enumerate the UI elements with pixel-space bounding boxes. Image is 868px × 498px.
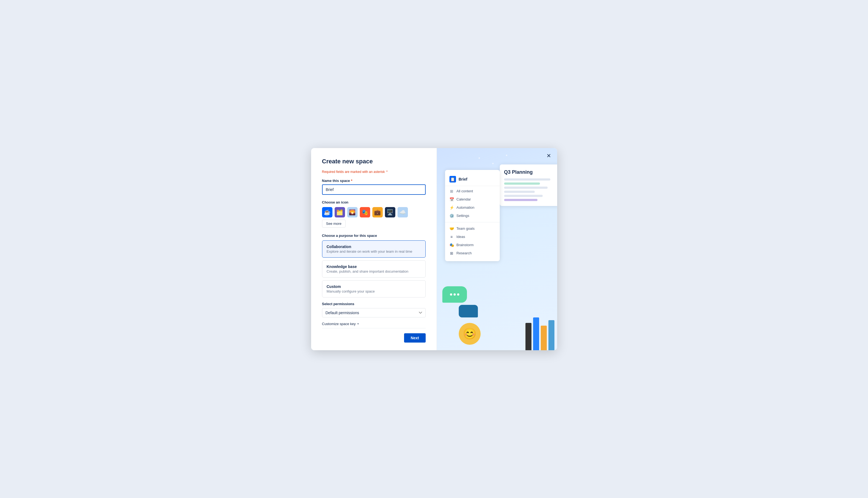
pencil-blue2 [548, 320, 554, 350]
chat-bubble-blue [459, 305, 478, 317]
chat-bubble-green [442, 286, 467, 303]
icon-drama[interactable]: 🎭 [360, 207, 370, 218]
purpose-knowledge-title: Knowledge base [327, 264, 421, 269]
pencil-dark [525, 323, 532, 350]
right-panel: ✕ ✦ ✦ ✦ 🚀 📋 Brief ⊞ All content 📅 Calend… [437, 148, 557, 350]
purpose-custom[interactable]: Custom Manually configure your space [322, 280, 426, 298]
planning-lines [504, 179, 556, 201]
panel-footer: Next [322, 328, 426, 343]
customize-key-row[interactable]: Customize space key ▾ [322, 322, 426, 326]
icon-row: ☕ 🗂️ 🌄 🎭 💼 🖥️ ☁️ See more [322, 207, 426, 227]
purpose-collaboration[interactable]: Collaboration Explore and iterate on wor… [322, 240, 426, 258]
planning-card: Q3 Planning [500, 165, 557, 206]
sidebar-item-settings[interactable]: ⚙️ Settings [445, 212, 500, 220]
chevron-down-icon: ▾ [357, 322, 359, 326]
sidebar-space-icon: 📋 [449, 176, 456, 183]
planning-line-6 [504, 199, 537, 201]
sidebar-item-research[interactable]: ⊞ Research [445, 249, 500, 257]
icon-cloud[interactable]: ☁️ [397, 207, 408, 218]
settings-icon: ⚙️ [449, 214, 454, 218]
icon-monitor[interactable]: 🖥️ [385, 207, 395, 218]
purpose-custom-desc: Manually configure your space [327, 289, 421, 293]
purpose-knowledge[interactable]: Knowledge base Create, publish, and shar… [322, 260, 426, 277]
purpose-collaboration-desc: Explore and iterate on work with your te… [327, 249, 421, 253]
chat-dot-3 [457, 293, 459, 296]
chat-decoration [442, 286, 478, 317]
automation-icon: ⚡ [449, 206, 454, 210]
pencil-orange [541, 326, 547, 350]
space-name-input[interactable] [322, 184, 426, 195]
chat-dot-2 [454, 293, 456, 296]
sidebar-item-team-goals[interactable]: 🤝 Team goals [445, 225, 500, 233]
icon-section-label: Choose an icon [322, 200, 426, 204]
sidebar-card: 📋 Brief ⊞ All content 📅 Calendar ⚡ Autom… [445, 170, 500, 261]
star-deco-3: ✦ [505, 154, 508, 157]
sidebar-divider [445, 222, 500, 222]
chat-dot-1 [450, 293, 452, 296]
pencils-decoration [525, 317, 554, 350]
sidebar-item-brainstorm[interactable]: 🎭 Brainstorm [445, 241, 500, 249]
face-emoji: 😊 [463, 327, 476, 340]
planning-line-2 [504, 183, 540, 185]
sidebar-item-calendar[interactable]: 📅 Calendar [445, 195, 500, 204]
planning-line-5 [504, 195, 542, 197]
icon-folder[interactable]: 🗂️ [335, 207, 345, 218]
customize-key-label: Customize space key [322, 322, 356, 326]
star-deco-1: ✦ [478, 156, 481, 160]
icon-coffee[interactable]: ☕ [322, 207, 332, 218]
star-deco-2: ✦ [492, 162, 494, 166]
permissions-select[interactable]: Default permissions Public Private Restr… [322, 308, 426, 317]
planning-line-3 [504, 187, 548, 189]
sidebar-item-all-content[interactable]: ⊞ All content [445, 187, 500, 195]
calendar-icon: 📅 [449, 197, 454, 201]
purpose-custom-title: Custom [327, 284, 421, 289]
ideas-icon: ≡ [449, 235, 454, 239]
required-note: Required fields are marked with an aster… [322, 170, 426, 174]
permissions-label: Select permissions [322, 302, 426, 306]
panel-title: Create new space [322, 158, 426, 165]
sidebar-space-title: 📋 Brief [445, 174, 500, 186]
pencil-blue1 [533, 317, 539, 350]
name-label: Name this space * [322, 179, 426, 183]
research-icon: ⊞ [449, 251, 454, 255]
team-goals-icon: 🤝 [449, 226, 454, 231]
planning-line-4 [504, 191, 535, 193]
see-more-button[interactable]: See more [322, 220, 346, 227]
smiley-face: 😊 [459, 323, 481, 345]
left-panel: Create new space Required fields are mar… [311, 148, 437, 350]
modal: Create new space Required fields are mar… [311, 148, 557, 350]
close-button[interactable]: ✕ [545, 152, 553, 159]
planning-line-1 [504, 179, 550, 181]
sidebar-item-ideas[interactable]: ≡ Ideas [445, 233, 500, 241]
purpose-label: Choose a purpose for this space [322, 234, 426, 238]
planning-title: Q3 Planning [504, 169, 556, 175]
icon-landscape[interactable]: 🌄 [347, 207, 358, 218]
brainstorm-icon: 🎭 [449, 243, 454, 247]
icon-briefcase[interactable]: 💼 [372, 207, 383, 218]
purpose-knowledge-desc: Create, publish, and share important doc… [327, 270, 421, 273]
next-button[interactable]: Next [404, 333, 425, 343]
purpose-collaboration-title: Collaboration [327, 245, 421, 249]
sidebar-item-automation[interactable]: ⚡ Automation [445, 204, 500, 212]
all-content-icon: ⊞ [449, 189, 454, 193]
